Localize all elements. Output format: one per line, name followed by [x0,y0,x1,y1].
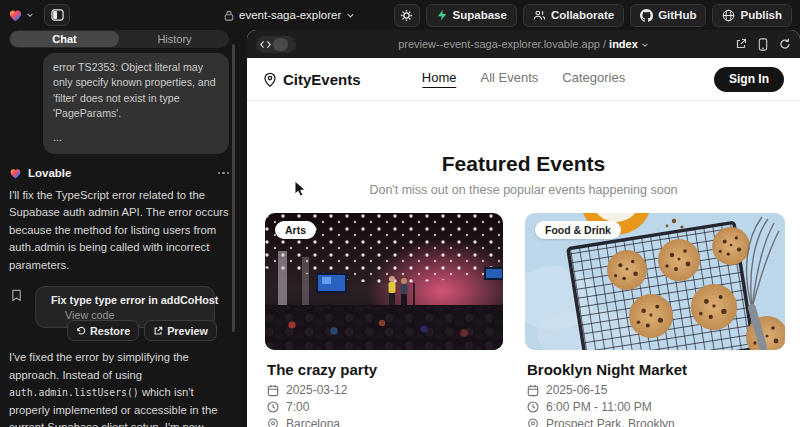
lovable-heart-icon [8,8,23,22]
sidebar-scrollbar[interactable] [232,44,235,332]
code-change-group: Fix type type error in addCoHost View co… [35,286,229,341]
message-menu-icon[interactable] [218,172,230,175]
supabase-button[interactable]: Supabase [426,4,517,27]
nav-home[interactable]: Home [422,70,457,88]
globe-icon [722,9,735,22]
refresh-icon[interactable] [779,38,791,50]
code-preview-toggle[interactable] [256,36,296,53]
user-message-bubble: error TS2353: Object literal may only sp… [43,53,229,154]
event-date-row: 2025-06-15 [527,383,785,397]
assistant-paragraph-1: I'll fix the TypeScript error related to… [9,187,229,275]
bookmark-icon[interactable] [11,289,22,302]
user-message-text: error TS2353: Object literal may only sp… [53,60,219,121]
code-change-title: Fix type type error in addCoHost [51,294,218,306]
user-message-ellipsis: ... [53,130,219,145]
event-title: The crazy party [267,361,503,378]
collaborate-button[interactable]: Collaborate [523,4,624,27]
map-pin-icon [267,418,279,427]
project-switcher[interactable]: event-saga-explorer [224,0,355,30]
sidebar-toggle-button[interactable] [44,4,70,26]
assistant-header: Lovable [9,167,229,179]
section-subtitle: Don't miss out on these popular events h… [247,183,800,197]
nav-all-events[interactable]: All Events [481,70,539,88]
open-in-new-tab-icon[interactable] [735,38,747,50]
app-window: { "topbar": { "project": "event-saga-exp… [0,0,800,427]
event-cards: Arts The crazy party 2025-03-12 7:00 Bar… [247,197,800,427]
mobile-view-icon[interactable] [758,38,768,51]
external-link-icon [153,326,163,336]
event-date-row: 2025-03-12 [267,383,503,397]
chat-history-tabs: Chat History [9,30,229,48]
event-image-cookies: Food & Drink [525,213,785,350]
chat-sidebar: Chat History error TS2353: Object litera… [0,30,238,427]
lock-icon [224,10,234,21]
calendar-icon [267,384,279,397]
site-brand[interactable]: CityEvents [263,71,361,88]
message-actions: Restore Preview [35,320,217,341]
event-card-crazy-party[interactable]: Arts The crazy party 2025-03-12 7:00 Bar… [265,213,503,427]
restore-button[interactable]: Restore [67,320,139,341]
section-title: Featured Events [247,152,800,176]
event-location-row: Prospect Park, Brooklyn [527,417,785,427]
code-icon [260,40,271,49]
event-image-conference: Arts [265,213,503,350]
event-time-row: 7:00 [267,400,503,414]
chevron-down-icon [641,41,649,49]
event-location-row: Barcelona [267,417,503,427]
site-viewport: CityEvents Home All Events Categories Si… [247,58,800,427]
nav-categories[interactable]: Categories [562,70,625,88]
site-nav: Home All Events Categories [422,70,625,88]
chevron-down-icon [26,11,34,19]
github-icon [640,9,653,22]
category-badge: Food & Drink [535,221,621,239]
tab-history[interactable]: History [120,30,229,48]
event-time-row: 6:00 PM - 11:00 PM [527,400,785,414]
featured-section: Featured Events Don't miss out on these … [247,101,800,197]
clock-icon [527,401,539,413]
top-bar: event-saga-explorer Supabase [0,0,800,30]
project-name: event-saga-explorer [239,9,341,21]
event-time: 7:00 [286,400,309,414]
event-location: Prospect Park, Brooklyn [546,417,675,427]
assistant-paragraph-2: I've fixed the error by simplifying the … [9,349,229,427]
lovable-logo-menu[interactable] [8,8,34,22]
tab-chat[interactable]: Chat [10,31,119,47]
map-pin-icon [527,418,539,427]
toggle-knob [273,38,288,51]
clock-icon [267,401,279,413]
settings-button[interactable] [394,4,420,27]
preview-pane: preview--event-saga-explorer.lovable.app… [247,30,800,427]
event-date: 2025-03-12 [286,383,347,397]
preview-url[interactable]: preview--event-saga-explorer.lovable.app… [247,38,800,50]
gear-icon [400,9,413,22]
event-card-night-market[interactable]: Food & Drink Brooklyn Night Market 2025-… [525,213,785,427]
chevron-down-icon [346,11,355,20]
people-icon [533,9,546,21]
event-title: Brooklyn Night Market [527,361,785,378]
sign-in-button[interactable]: Sign In [714,67,784,92]
category-badge: Arts [275,221,316,239]
map-pin-icon [263,72,277,87]
preview-button[interactable]: Preview [144,320,217,341]
github-button[interactable]: GitHub [630,4,706,27]
preview-toolbar: preview--event-saga-explorer.lovable.app… [247,30,800,58]
site-header: CityEvents Home All Events Categories Si… [247,58,800,101]
assistant-name: Lovable [28,167,71,179]
supabase-icon [436,9,448,21]
calendar-icon [527,384,539,397]
restore-icon [76,326,86,336]
event-location: Barcelona [286,417,340,427]
publish-button[interactable]: Publish [712,4,792,27]
event-time: 6:00 PM - 11:00 PM [546,400,652,414]
panel-left-icon [51,9,64,21]
lovable-heart-icon [9,167,22,179]
event-date: 2025-06-15 [546,383,607,397]
